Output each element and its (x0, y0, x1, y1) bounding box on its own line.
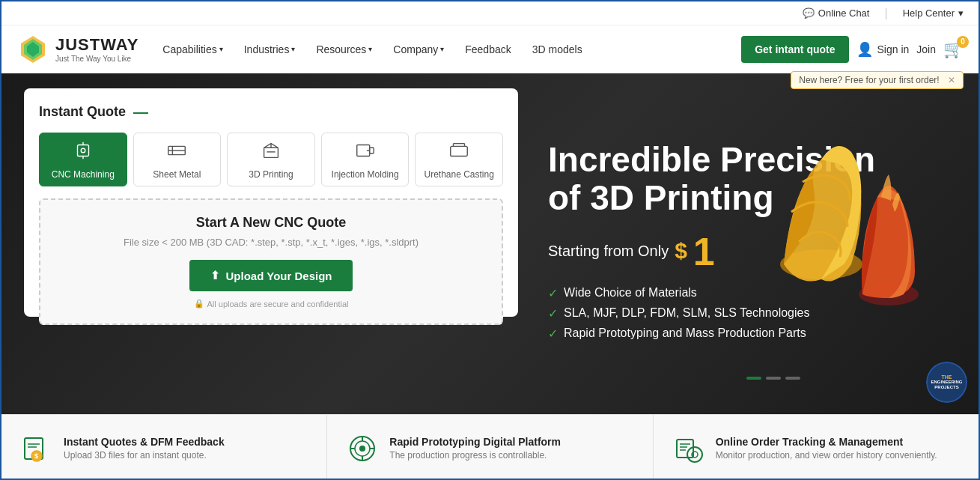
tracking-icon (672, 432, 705, 465)
main-nav: Capabilities ▾ Industries ▾ Resources ▾ … (153, 37, 726, 61)
logo[interactable]: JUSTWAY Just The Way You Like (16, 33, 139, 66)
engineering-badge: THE ENGINEERING PROJECTS (926, 362, 967, 403)
dfm-icon: $ (20, 432, 53, 465)
quote-panel-title: Instant Quote — (39, 103, 503, 121)
cnc-icon (72, 139, 94, 165)
online-chat-label: Online Chat (818, 7, 870, 19)
upload-icon: ⬆ (210, 269, 220, 282)
tab-urethane-casting[interactable]: Urethane Casting (415, 133, 503, 186)
svg-rect-23 (766, 377, 781, 380)
svg-rect-3 (77, 145, 88, 157)
tab-3d-printing[interactable]: 3D Printing (227, 133, 315, 186)
new-here-text: New here? Free for your first order! (799, 75, 939, 85)
user-icon: 👤 (856, 41, 873, 58)
nav-resources[interactable]: Resources ▾ (307, 37, 381, 61)
upload-title: Start A New CNC Quote (55, 215, 487, 231)
sheet-metal-icon (165, 139, 188, 165)
get-quote-button[interactable]: Get intant quote (741, 36, 848, 63)
urethane-casting-icon (448, 139, 470, 165)
feature-item-2: Rapid Prototyping Digital Platform The p… (327, 415, 653, 480)
chevron-down-icon: ▾ (219, 45, 223, 53)
feature-title-3: Online Order Tracking & Management (716, 436, 960, 448)
svg-rect-16 (451, 146, 468, 156)
nav-3d-models[interactable]: 3D models (523, 37, 591, 61)
nav-feedback-label: Feedback (465, 43, 511, 55)
process-tabs: CNC Machining Sheet Metal (39, 133, 503, 186)
feature-item-1: $ Instant Quotes & DFM Feedback Upload 3… (1, 415, 327, 480)
hero-3d-image (687, 73, 971, 395)
new-here-tooltip: New here? Free for your first order! (791, 71, 964, 89)
nav-company[interactable]: Company ▾ (384, 37, 453, 61)
nav-industries[interactable]: Industries ▾ (235, 37, 305, 61)
quote-title-dash: — (133, 103, 148, 121)
tab-injection-molding[interactable]: Injection Molding (321, 133, 410, 186)
sign-in-label: Sign in (877, 43, 910, 55)
tab-cnc-machining[interactable]: CNC Machining (39, 133, 127, 186)
feature-desc-2: The production progress is controllable. (389, 450, 633, 461)
lock-icon: 🔒 (194, 299, 204, 309)
urethane-casting-tab-label: Urethane Casting (424, 169, 493, 180)
tab-sheet-metal[interactable]: Sheet Metal (133, 133, 222, 186)
nav-capabilities-label: Capabilities (162, 43, 216, 55)
bottom-features: $ Instant Quotes & DFM Feedback Upload 3… (1, 414, 979, 480)
logo-text-block: JUSTWAY Just The Way You Like (55, 35, 139, 63)
nav-feedback[interactable]: Feedback (456, 37, 520, 61)
feature-item-3: Online Order Tracking & Management Monit… (654, 415, 979, 480)
top-bar-divider: | (884, 7, 887, 20)
join-link[interactable]: Join (916, 43, 936, 55)
check-icon: ✓ (548, 286, 558, 300)
upload-button[interactable]: ⬆ Upload Your Design (189, 260, 353, 291)
help-center-label: Help Center (903, 7, 955, 19)
quote-panel: Instant Quote — CNC Machining (24, 88, 518, 317)
logo-subtitle: Just The Way You Like (55, 55, 139, 63)
hero-dollar-sign: $ (675, 238, 687, 264)
cart-button[interactable]: 🛒 0 (943, 40, 964, 59)
help-center-link[interactable]: Help Center ▾ (903, 7, 964, 19)
svg-point-4 (81, 148, 85, 153)
hero-illustration (687, 77, 971, 392)
3d-printing-tab-label: 3D Printing (249, 169, 293, 180)
feature-text-1: Instant Quotes & DFM Feedback Upload 3D … (64, 436, 308, 461)
nav-capabilities[interactable]: Capabilities ▾ (153, 37, 231, 61)
chevron-down-icon: ▾ (368, 45, 372, 53)
chevron-down-icon: ▾ (291, 45, 295, 53)
chevron-down-icon: ▾ (440, 45, 444, 53)
chat-icon: 💬 (803, 7, 815, 19)
sheet-metal-tab-label: Sheet Metal (153, 169, 201, 180)
svg-rect-14 (369, 148, 374, 154)
nav-resources-label: Resources (316, 43, 366, 55)
quote-title-text: Instant Quote (39, 104, 126, 120)
online-chat-link[interactable]: 💬 Online Chat (803, 7, 870, 19)
nav-industries-label: Industries (244, 43, 290, 55)
hero-feature-1-text: Wide Choice of Materials (564, 286, 697, 300)
logo-name: JUSTWAY (55, 35, 139, 55)
feature-desc-3: Monitor production, and view order histo… (716, 450, 960, 461)
cart-badge: 0 (957, 36, 969, 48)
svg-text:$: $ (34, 452, 38, 460)
feature-title-1: Instant Quotes & DFM Feedback (64, 436, 308, 448)
cnc-tab-label: CNC Machining (52, 169, 115, 180)
nav-3d-models-label: 3D models (532, 43, 582, 55)
injection-molding-icon (354, 139, 377, 165)
feature-title-2: Rapid Prototyping Digital Platform (389, 436, 633, 448)
upload-subtitle: File size < 200 MB (3D CAD: *.step, *.st… (55, 237, 487, 248)
svg-point-32 (359, 446, 365, 452)
upload-secure-note: 🔒 All uploads are secure and confidentia… (55, 299, 487, 309)
3d-printing-icon (260, 139, 282, 165)
sign-in-area[interactable]: 👤 Sign in (856, 41, 910, 58)
nav-company-label: Company (393, 43, 438, 55)
chevron-down-icon: ▾ (958, 7, 964, 19)
header: JUSTWAY Just The Way You Like Capabiliti… (1, 25, 979, 73)
platform-icon (346, 432, 379, 465)
header-actions: Get intant quote 👤 Sign in Join 🛒 0 (741, 36, 964, 63)
feature-text-2: Rapid Prototyping Digital Platform The p… (389, 436, 633, 461)
top-bar: 💬 Online Chat | Help Center ▾ (1, 1, 979, 25)
logo-icon (16, 33, 49, 66)
upload-btn-label: Upload Your Design (226, 270, 332, 282)
hero-price-prefix: Starting from Only (548, 243, 669, 260)
feature-text-3: Online Order Tracking & Management Monit… (716, 436, 960, 461)
injection-molding-tab-label: Injection Molding (332, 169, 399, 180)
hero-text-area: Incredible Precision of 3D Printing Star… (518, 73, 979, 414)
svg-rect-22 (746, 377, 761, 380)
svg-rect-24 (785, 377, 800, 380)
